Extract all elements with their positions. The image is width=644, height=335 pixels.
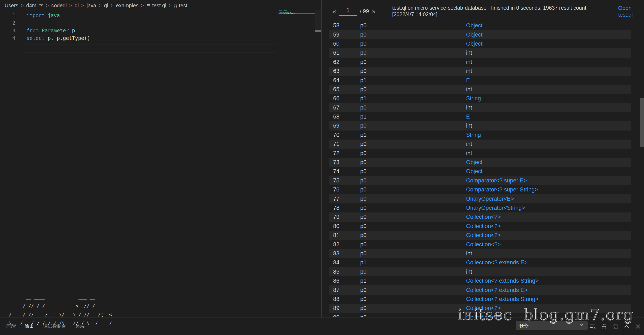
result-value-link[interactable]: Collection<? extends String> xyxy=(466,296,632,302)
results-scrollbar-thumb[interactable] xyxy=(640,98,644,147)
result-row[interactable]: 82p0Collection<?> xyxy=(329,240,632,249)
result-row[interactable]: 65p0int xyxy=(329,85,632,94)
breadcrumb-item[interactable]: ql xyxy=(104,3,108,9)
page-number-input[interactable] xyxy=(339,7,357,16)
breadcrumb-file-item[interactable]: ☰test.ql xyxy=(146,3,166,9)
result-row[interactable]: 78p0UnaryOperator<String> xyxy=(329,203,632,212)
minimap-overview-ruler xyxy=(315,10,321,31)
breadcrumb-item[interactable]: Users xyxy=(4,3,18,9)
result-value-link[interactable]: Object xyxy=(466,32,632,38)
result-column-name: p1 xyxy=(360,132,466,138)
result-column-name: p0 xyxy=(360,250,466,257)
result-column-name: p1 xyxy=(360,77,466,84)
result-row[interactable]: 80p0Collection<?> xyxy=(329,222,632,231)
result-row-index: 66 xyxy=(329,95,360,102)
result-row[interactable]: 68p1E xyxy=(329,112,632,121)
minimap[interactable]: import javafrom Parameter pselect p, p.g… xyxy=(278,9,321,35)
result-row[interactable]: 74p0Object xyxy=(329,167,632,176)
result-row[interactable]: 84p1Collection<? extends E> xyxy=(329,258,632,267)
result-row[interactable]: 70p1String xyxy=(329,131,632,140)
result-value-link[interactable]: Object xyxy=(466,168,632,175)
result-value-link[interactable]: Collection<?> xyxy=(466,314,632,317)
breadcrumb-item[interactable]: examples xyxy=(116,3,138,9)
panel-tab-debug-console[interactable]: 调试控制台 xyxy=(43,323,66,332)
first-page-button[interactable]: « xyxy=(332,8,336,15)
result-row[interactable]: 62p0int xyxy=(329,58,632,67)
result-value-link[interactable]: E xyxy=(466,114,632,120)
result-value-link[interactable]: Collection<?> xyxy=(466,305,632,311)
result-row[interactable]: 72p0int xyxy=(329,149,632,158)
result-row[interactable]: 58p0Object xyxy=(329,21,632,30)
result-row[interactable]: 88p0Collection<? extends String> xyxy=(329,295,632,304)
result-row[interactable]: 59p0Object xyxy=(329,30,632,39)
result-value-link[interactable]: Object xyxy=(466,22,632,29)
result-value-link[interactable]: Comparator<? super E> xyxy=(466,177,632,184)
result-row[interactable]: 77p0UnaryOperator<E> xyxy=(329,194,632,203)
close-panel-icon[interactable] xyxy=(635,323,641,330)
breadcrumb-separator: > xyxy=(21,3,24,9)
result-row-index: 80 xyxy=(329,223,360,229)
result-row[interactable]: 73p0Object xyxy=(329,158,632,167)
result-row[interactable]: 75p0Comparator<? super E> xyxy=(329,176,632,185)
breadcrumb-item[interactable]: java xyxy=(86,3,96,9)
line-number: 2 xyxy=(0,19,15,27)
editor-results-splitter[interactable] xyxy=(321,0,322,317)
result-row[interactable]: 89p0Collection<?> xyxy=(329,304,632,313)
maximize-panel-icon[interactable] xyxy=(624,323,630,330)
result-column-name: p1 xyxy=(360,95,466,102)
result-row[interactable]: 64p1E xyxy=(329,76,632,85)
result-row[interactable]: 85p0int xyxy=(329,267,632,276)
result-row[interactable]: 71p0int xyxy=(329,140,632,149)
panel-tab-problems[interactable]: 问题 xyxy=(6,323,16,332)
result-value-link[interactable]: Collection<?> xyxy=(466,232,632,238)
result-row[interactable]: 86p1Collection<? extends String> xyxy=(329,276,632,285)
result-column-name: p1 xyxy=(360,259,466,266)
open-output-in-editor-icon[interactable] xyxy=(612,323,618,330)
last-page-button[interactable]: » xyxy=(372,8,376,15)
result-value-link[interactable]: UnaryOperator<String> xyxy=(466,205,632,211)
result-value-link[interactable]: Comparator<? super String> xyxy=(466,186,632,193)
result-value-link[interactable]: String xyxy=(466,95,632,102)
result-row[interactable]: 67p0int xyxy=(329,103,632,112)
result-value-link[interactable]: Object xyxy=(466,159,632,166)
result-row-index: 71 xyxy=(329,141,360,147)
breadcrumb-symbol-item[interactable]: {}test xyxy=(174,3,187,9)
panel-tab-terminal[interactable]: 终端 xyxy=(76,323,85,332)
breadcrumb-item[interactable]: d4m1ts xyxy=(26,3,44,9)
result-value-link[interactable]: Collection<?> xyxy=(466,241,632,248)
open-test-ql-link[interactable]: Open test.ql xyxy=(618,5,638,18)
result-row-index: 65 xyxy=(329,86,360,93)
result-value-link[interactable]: String xyxy=(466,132,632,138)
breadcrumb-item[interactable]: ql xyxy=(74,3,78,9)
breadcrumb-item[interactable]: codeql xyxy=(51,3,67,9)
result-row[interactable]: 90p0Collection<?> xyxy=(329,313,632,317)
unlock-icon[interactable] xyxy=(601,323,607,330)
result-value-link[interactable]: Collection<? extends E> xyxy=(466,287,632,293)
result-row[interactable]: 60p0Object xyxy=(329,39,632,48)
result-value-link[interactable]: E xyxy=(466,77,632,84)
code-token: p xyxy=(57,35,60,41)
result-value-link[interactable]: Collection<?> xyxy=(466,223,632,229)
result-row[interactable]: 87p0Collection<? extends E> xyxy=(329,285,632,294)
result-value-link[interactable]: Collection<? extends String> xyxy=(466,278,632,284)
output-channel-select[interactable]: 任务 xyxy=(516,321,588,330)
result-value: int xyxy=(466,269,632,275)
result-row[interactable]: 69p0int xyxy=(329,121,632,130)
result-row[interactable]: 66p1String xyxy=(329,94,632,103)
panel-tab-output[interactable]: 输出 xyxy=(25,323,34,332)
result-row[interactable]: 81p0Collection<?> xyxy=(329,231,632,240)
result-row[interactable]: 83p0int xyxy=(329,249,632,258)
result-row-index: 73 xyxy=(329,159,360,166)
result-row-index: 69 xyxy=(329,123,360,129)
result-value-link[interactable]: UnaryOperator<E> xyxy=(466,196,632,202)
result-row[interactable]: 79p0Collection<?> xyxy=(329,212,632,221)
result-row[interactable]: 63p0int xyxy=(329,67,632,76)
result-value-link[interactable]: Collection<? extends E> xyxy=(466,259,632,266)
result-value-link[interactable]: Object xyxy=(466,41,632,47)
result-row[interactable]: 61p0int xyxy=(329,48,632,57)
result-row[interactable]: 76p0Comparator<? super String> xyxy=(329,185,632,194)
breadcrumb-file-label: test.ql xyxy=(152,3,166,9)
breadcrumb-separator: > xyxy=(46,3,49,9)
clear-output-icon[interactable] xyxy=(590,323,596,330)
result-value-link[interactable]: Collection<?> xyxy=(466,214,632,220)
